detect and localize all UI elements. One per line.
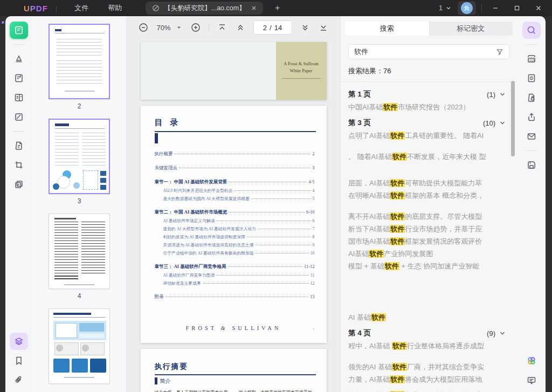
- search-result-item[interactable]: 离不开AI基础软件的底层支撑。尽管大模型: [348, 212, 506, 221]
- search-result-item[interactable]: 。 随着AI基础软件不断发展，近年来大模 型: [348, 152, 506, 161]
- tab-redact[interactable]: 标记密文: [429, 22, 513, 36]
- search-result-item[interactable]: 层面，AI基础软件可帮助提供大模型能力萃: [348, 178, 506, 188]
- search-input-row: [348, 44, 509, 59]
- window-count-dropdown[interactable]: 1: [439, 4, 452, 12]
- search-result-item[interactable]: 中国AI基础软件市场研究报告（2023）: [348, 102, 506, 112]
- new-tab-button[interactable]: +: [272, 3, 284, 13]
- thumb-decoration: [65, 91, 95, 92]
- toc-entry: 附录13: [155, 294, 315, 300]
- attachment-button[interactable]: [10, 372, 28, 389]
- thumb-decoration: [53, 317, 105, 318]
- pages-scroll-area[interactable]: A Frost & Sullivan White Paper 目 录 执行概要2…: [127, 39, 340, 392]
- thumb-decoration: [100, 171, 106, 176]
- zoom-in-icon[interactable]: [190, 22, 201, 33]
- convert-button[interactable]: [10, 137, 28, 154]
- pdf-page-3[interactable]: 执行摘要 简介 过去十年，是人工智能从实验室走向产 的小模型，才能高效地实现丰富…: [141, 349, 327, 392]
- total-pages: 14: [274, 24, 282, 32]
- stacked-pages-icon: [13, 179, 24, 190]
- result-group-header[interactable]: 第 3 页(10): [348, 118, 506, 128]
- last-page-icon[interactable]: [318, 22, 329, 33]
- filter-icon[interactable]: [496, 48, 503, 56]
- search-result-item[interactable]: 领先的AI 基础软件厂商，并对其综合竞争实: [348, 362, 506, 372]
- share-button[interactable]: [522, 108, 541, 126]
- compress-button[interactable]: [522, 70, 541, 87]
- search-result-item[interactable]: 析当下AI基础软件行业市场趋势，并基于应: [348, 224, 506, 233]
- page-thumbnail-4[interactable]: [49, 214, 110, 289]
- thumb-decoration: [83, 170, 98, 190]
- bookmark-button[interactable]: [10, 352, 28, 369]
- ocr-button[interactable]: OCR: [522, 50, 541, 67]
- ai-assistant-icon: [526, 355, 537, 366]
- annotate-button[interactable]: [10, 50, 28, 67]
- chevron-down-icon: [499, 119, 506, 127]
- thumb-decoration: [82, 345, 89, 352]
- pdf-page-1[interactable]: A Frost & Sullivan White Paper: [141, 42, 327, 100]
- crop-button[interactable]: [10, 156, 28, 174]
- page-thumbnail-5[interactable]: [49, 308, 110, 384]
- titlebar: UPDF | 文件 帮助 【头豹研究院】...ao.com】 + 1 角: [0, 0, 552, 16]
- protect-button[interactable]: [522, 89, 541, 106]
- thumb-decoration: [54, 222, 78, 281]
- thumb-decoration: [53, 359, 70, 373]
- reader-mode-button[interactable]: [10, 22, 28, 39]
- save-button[interactable]: [522, 156, 541, 174]
- feedback-button[interactable]: [522, 372, 541, 389]
- section-rule: [155, 374, 316, 375]
- menu-help[interactable]: 帮助: [98, 3, 132, 13]
- previous-page-icon[interactable]: [235, 22, 246, 33]
- section-subheading: 简介: [155, 377, 316, 385]
- search-tool-button[interactable]: [522, 22, 541, 39]
- pdf-page-2[interactable]: 目 录 执行概要2关键发现点3章节一： 中国 AI 基础软件发展背景4-5AI2…: [141, 106, 327, 343]
- zoom-level-dropdown[interactable]: 70%: [156, 24, 182, 32]
- maximize-button[interactable]: [509, 2, 525, 15]
- search-result-item[interactable]: 国市场AI基础软件框架发展情况的客观评价: [348, 237, 506, 246]
- mail-button[interactable]: [522, 128, 541, 145]
- tab-search[interactable]: 搜索: [345, 22, 429, 36]
- edit-pdf-button[interactable]: [10, 70, 28, 87]
- current-page: 2: [263, 24, 267, 32]
- thumb-decoration: [57, 39, 102, 57]
- results-scrollbar[interactable]: [511, 81, 515, 156]
- search-result-item[interactable]: 模型 + 基础软件 + 生态 协同加速产业智能: [348, 262, 506, 271]
- minimize-button[interactable]: [487, 2, 503, 15]
- thumb-decoration: [55, 123, 69, 126]
- result-page-label: 第 1 页: [348, 90, 371, 99]
- document-tab[interactable]: 【头豹研究院】...ao.com】: [146, 2, 263, 15]
- thumb-decoration: [90, 359, 106, 373]
- result-group-header[interactable]: 第 1 页(1): [348, 90, 506, 99]
- subheading-text: 简介: [160, 377, 171, 385]
- fill-sign-button[interactable]: [10, 108, 28, 126]
- search-result-item[interactable]: 力量，AI基础软件将会成为大模型应用落地: [348, 375, 506, 384]
- next-page-icon[interactable]: [300, 22, 310, 33]
- toc-entry: AI2.0 时代到来开启巨大的平台型机会4: [163, 188, 315, 194]
- search-result-item[interactable]: AI 基础软件: [348, 313, 506, 322]
- search-result-item[interactable]: 在明晰AI基础软件框架的基本 概念和分类，: [348, 191, 506, 200]
- notification-dot: [2, 21, 4, 24]
- page-thumbnail-2[interactable]: [49, 24, 110, 99]
- result-group-header[interactable]: 第 4 页(9): [348, 328, 506, 338]
- ai-layers-button[interactable]: [10, 333, 28, 350]
- thumb-decoration: [56, 345, 63, 352]
- page-number-input[interactable]: 2 / 14: [253, 20, 292, 35]
- zoom-out-icon[interactable]: [138, 22, 149, 33]
- organize-pages-button[interactable]: [10, 89, 28, 106]
- first-page-icon[interactable]: [217, 22, 227, 33]
- tab-close-icon[interactable]: [250, 4, 258, 12]
- search-result-item[interactable]: 点明了AI基础软件工具链的重要性。 随着AI: [348, 131, 506, 140]
- account-avatar[interactable]: 角: [458, 1, 476, 15]
- menu-file[interactable]: 文件: [65, 3, 98, 13]
- thumb-decoration: [55, 133, 79, 166]
- page-tools-button[interactable]: [10, 176, 28, 193]
- toc-entry: AI 基础软件市场定义与解读6: [163, 218, 315, 224]
- close-button[interactable]: [530, 2, 547, 15]
- marker-pen-icon: [13, 53, 24, 64]
- ai-assistant-button[interactable]: [522, 352, 541, 369]
- search-input[interactable]: [354, 48, 496, 56]
- thumb-decoration: [79, 323, 104, 332]
- updf-logo: UPDF: [24, 4, 48, 13]
- search-result-item[interactable]: AI基础软件产业协同发展图: [348, 249, 506, 258]
- left-toolbar: [5, 16, 32, 392]
- page-thumbnail-3[interactable]: [49, 119, 110, 194]
- lock-document-icon: [526, 92, 537, 103]
- search-result-item[interactable]: 程中，AI基础 软件行业整体格局将逐步成型: [348, 341, 506, 350]
